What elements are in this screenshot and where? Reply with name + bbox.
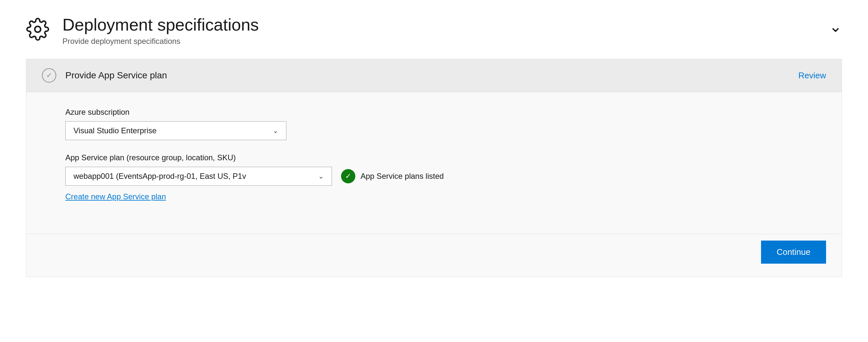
subscription-chevron-icon: ⌄ [273,127,278,134]
card-header: ✓ Provide App Service plan Review [26,59,842,92]
review-link[interactable]: Review [799,70,826,81]
main-card: ✓ Provide App Service plan Review Azure … [26,59,842,234]
header-left: Deployment specifications Provide deploy… [26,15,259,46]
footer-actions: Continue [26,234,842,277]
step-check-icon: ✓ [42,68,56,83]
subscription-dropdown[interactable]: Visual Studio Enterprise ⌄ [65,121,286,140]
continue-button[interactable]: Continue [761,241,826,263]
subscription-field: Azure subscription Visual Studio Enterpr… [65,107,816,140]
status-text: App Service plans listed [361,172,444,181]
svg-point-0 [35,26,41,32]
page-subtitle: Provide deployment specifications [62,37,259,46]
app-service-plan-value: webapp001 (EventsApp-prod-rg-01, East US… [73,172,246,181]
card-header-title: Provide App Service plan [65,70,167,81]
card-header-left: ✓ Provide App Service plan [42,68,167,83]
header-section: Deployment specifications Provide deploy… [0,0,868,59]
service-plan-row: webapp001 (EventsApp-prod-rg-01, East US… [65,167,816,186]
collapse-chevron-icon[interactable]: ⌄ [829,19,842,34]
gear-icon [26,18,50,42]
subscription-value: Visual Studio Enterprise [73,126,157,135]
status-check-icon: ✓ [341,169,355,183]
app-service-plan-field: App Service plan (resource group, locati… [65,153,816,201]
status-badge: ✓ App Service plans listed [341,169,444,183]
app-service-plan-chevron-icon: ⌄ [318,172,324,180]
subscription-label: Azure subscription [65,107,816,117]
card-body: Azure subscription Visual Studio Enterpr… [26,92,842,234]
page-title: Deployment specifications [62,15,259,34]
app-service-plan-dropdown[interactable]: webapp001 (EventsApp-prod-rg-01, East US… [65,167,332,186]
app-service-plan-label: App Service plan (resource group, locati… [65,153,816,162]
create-app-service-plan-link[interactable]: Create new App Service plan [65,192,166,201]
header-text: Deployment specifications Provide deploy… [62,15,259,46]
